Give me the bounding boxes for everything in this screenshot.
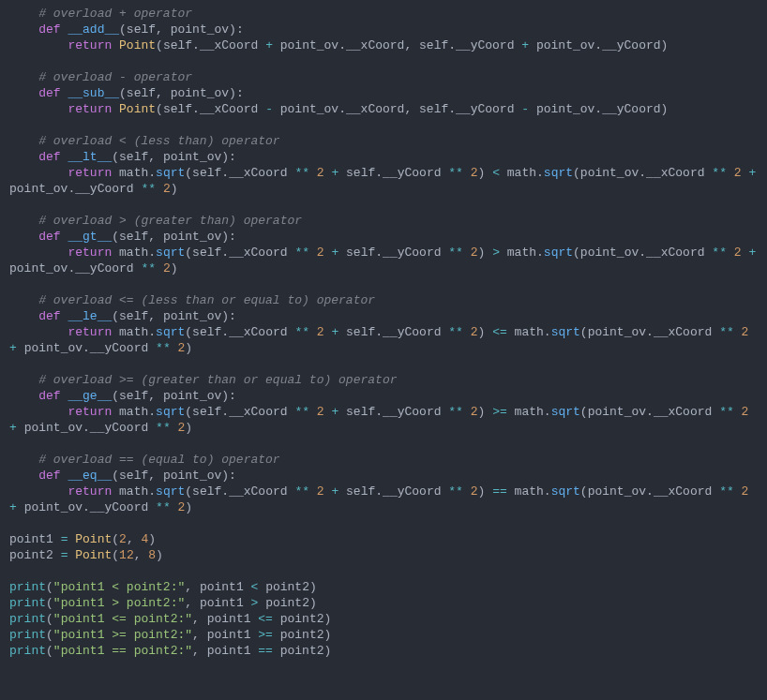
kw-def: def [38,22,60,37]
method-sub: __sub__ [68,86,119,100]
comment-sub: # overload - operator [38,70,192,84]
comment-gt: # overload > (greater than) operator [38,214,302,228]
var-point1: point1 [9,532,53,546]
comment-eq: # overload == (equal to) operator [38,453,279,467]
method-eq: __eq__ [68,469,112,483]
var-point2: point2 [9,548,53,562]
method-lt: __lt__ [68,150,112,164]
print-call: print [9,580,46,594]
comment-ge: # overload >= (greater than or equal to)… [38,373,397,387]
comment-add: # overload + operator [38,7,192,21]
comment-le: # overload <= (less than or equal to) op… [38,293,375,307]
method-add: __add__ [68,22,119,37]
method-le: __le__ [68,309,112,323]
method-ge: __ge__ [68,389,112,403]
comment-lt: # overload < (less than) operator [38,134,279,148]
code-editor[interactable]: # overload + operator def __add__(self, … [0,0,767,664]
method-gt: __gt__ [68,230,112,244]
